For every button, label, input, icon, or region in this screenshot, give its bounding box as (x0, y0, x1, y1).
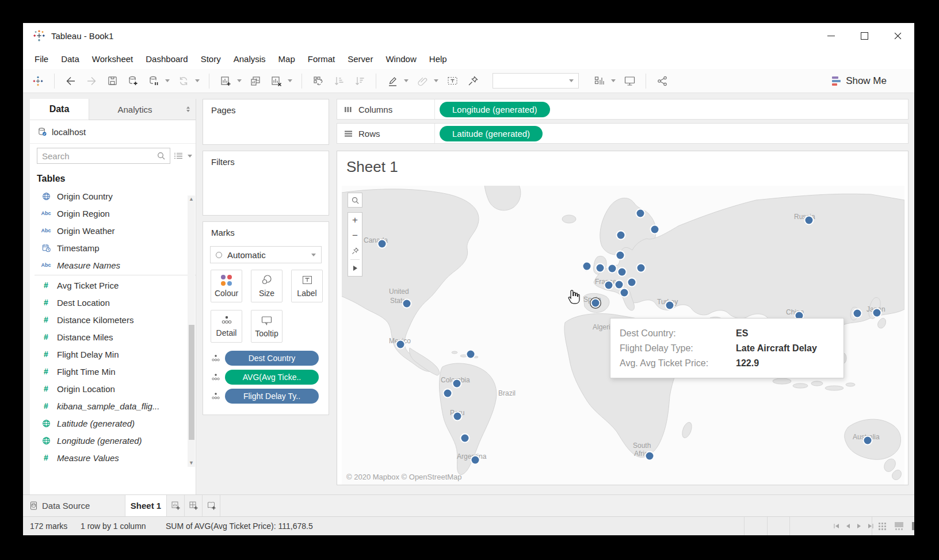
group-members-dropdown[interactable] (434, 79, 438, 82)
new-story-tab-button[interactable] (203, 495, 220, 516)
map-search-button[interactable] (348, 193, 362, 208)
mark-netherlands[interactable] (609, 265, 616, 273)
mark-united-states[interactable] (403, 300, 411, 308)
field-distance-miles[interactable]: # Distance Miles (30, 328, 196, 346)
label-button[interactable]: Label (291, 270, 323, 302)
mark-austria[interactable] (628, 279, 636, 286)
mark-south-korea[interactable] (854, 310, 861, 317)
clear-sheet-dropdown[interactable] (288, 79, 292, 82)
menu-worksheet[interactable]: Worksheet (86, 54, 139, 64)
redo-button[interactable] (85, 74, 98, 88)
swap-rows-columns-button[interactable] (311, 74, 325, 88)
pill-longitude[interactable]: Longitude (generated) (440, 102, 550, 117)
menu-dashboard[interactable]: Dashboard (139, 54, 194, 64)
new-worksheet-tab-button[interactable] (167, 495, 185, 516)
field-list-scrollbar[interactable]: ▲ ▼ (188, 195, 195, 467)
menu-file[interactable]: File (28, 54, 55, 64)
mark-turkey[interactable] (666, 302, 674, 309)
mark-denmark[interactable] (617, 252, 624, 259)
pause-auto-updates-dropdown[interactable] (165, 79, 170, 82)
share-button[interactable] (655, 74, 669, 88)
field-distance-kilometers[interactable]: # Distance Kilometers (30, 311, 196, 328)
field-origin-region[interactable]: Abc Origin Region (30, 205, 196, 222)
minimize-button[interactable] (814, 23, 848, 48)
sort-descending-button[interactable] (353, 74, 367, 88)
mark-ireland[interactable] (583, 263, 591, 270)
new-dashboard-tab-button[interactable] (185, 495, 203, 516)
field-kibana-sample-data-flig[interactable]: # kibana_sample_data_flig... (30, 397, 196, 415)
zoom-home-pin-button[interactable] (348, 244, 362, 259)
pill-dest-country[interactable]: Dest Country (225, 351, 319, 366)
undo-button[interactable] (64, 74, 78, 88)
mark-spain[interactable] (592, 300, 600, 307)
new-worksheet-button[interactable] (219, 74, 232, 88)
new-worksheet-dropdown[interactable] (237, 79, 242, 82)
mark-mexico[interactable] (397, 341, 404, 348)
mark-sweden[interactable] (637, 210, 644, 217)
data-source-connection[interactable]: localhost (30, 120, 196, 144)
field-measure-values[interactable]: # Measure Values (30, 449, 196, 466)
search-input[interactable]: Search (37, 148, 170, 164)
filters-card[interactable]: Filters (203, 151, 329, 216)
field-longitude-generated[interactable]: Longitude (generated) (30, 432, 196, 449)
sort-ascending-button[interactable] (332, 74, 346, 88)
pill-avg-avg-ticke[interactable]: AVG(Avg Ticke.. (225, 370, 319, 385)
menu-data[interactable]: Data (55, 54, 86, 64)
mark-germany[interactable] (619, 269, 626, 276)
mark-peru[interactable] (454, 413, 461, 420)
zoom-out-button[interactable]: − (348, 228, 362, 244)
mark-caribbean[interactable] (467, 351, 475, 358)
new-data-source-button[interactable] (126, 74, 140, 88)
field-latitude-generated[interactable]: Latitude (generated) (30, 415, 196, 432)
fit-dropdown[interactable] (493, 73, 579, 89)
pane-toggle-button[interactable] (181, 99, 196, 120)
tab-data[interactable]: Data (30, 99, 89, 120)
show-filmstrip-icon[interactable] (895, 522, 903, 530)
presentation-mode-button[interactable] (623, 74, 636, 88)
next-sheet-icon[interactable] (857, 523, 861, 529)
field-flight-time-min[interactable]: # Flight Time Min (30, 363, 196, 380)
menu-analysis[interactable]: Analysis (227, 54, 272, 64)
scroll-down-icon[interactable]: ▼ (188, 459, 195, 467)
mark-norway[interactable] (617, 232, 625, 239)
field-origin-location[interactable]: # Origin Location (30, 380, 196, 397)
last-sheet-icon[interactable] (868, 523, 874, 529)
field-origin-country[interactable]: Origin Country (30, 187, 196, 205)
menu-help[interactable]: Help (423, 54, 453, 64)
mark-poland[interactable] (638, 264, 645, 272)
menu-story[interactable]: Story (194, 54, 227, 64)
mark-switzerland[interactable] (616, 281, 623, 289)
mark-type-dropdown[interactable]: Automatic (210, 246, 322, 263)
field-origin-weather[interactable]: Abc Origin Weather (30, 222, 196, 239)
mark-south-africa[interactable] (646, 452, 654, 460)
mark-argentina[interactable] (472, 457, 479, 464)
run-update-button[interactable] (177, 74, 190, 88)
zoom-in-button[interactable]: + (348, 213, 362, 228)
first-sheet-icon[interactable] (833, 523, 839, 529)
zoom-controls-expand-button[interactable] (348, 260, 362, 276)
save-button[interactable] (105, 74, 119, 88)
field-measure-names[interactable]: Abc Measure Names (30, 256, 196, 274)
show-hide-cards-button[interactable] (593, 74, 606, 88)
detail-button[interactable]: Detail (211, 310, 242, 343)
fix-axes-pin-icon[interactable] (466, 74, 480, 88)
mark-ecuador[interactable] (444, 390, 452, 397)
field-flight-delay-min[interactable]: # Flight Delay Min (30, 346, 196, 363)
mark-chile[interactable] (461, 435, 469, 442)
tooltip-button[interactable]: Tooltip (251, 310, 283, 343)
rows-shelf[interactable]: Rows Latitude (generated) (337, 123, 909, 144)
mark-finland[interactable] (651, 226, 659, 233)
view-as-list-icon[interactable] (174, 152, 183, 160)
menu-server[interactable]: Server (341, 54, 379, 64)
menu-format[interactable]: Format (301, 54, 342, 64)
mark-italy[interactable] (621, 289, 628, 297)
columns-shelf[interactable]: Columns Longitude (generated) (337, 99, 909, 120)
show-hide-cards-dropdown[interactable] (611, 79, 616, 82)
close-button[interactable] (881, 23, 914, 48)
show-me-button[interactable]: Show Me (832, 75, 887, 87)
field-dest-location[interactable]: # Dest Location (30, 294, 196, 311)
pill-flight-delay-ty[interactable]: Flight Delay Ty.. (225, 389, 319, 404)
tab-data-source[interactable]: Data Source (23, 495, 125, 516)
scroll-up-icon[interactable]: ▲ (188, 195, 195, 203)
show-tabs-icon[interactable] (912, 522, 914, 530)
